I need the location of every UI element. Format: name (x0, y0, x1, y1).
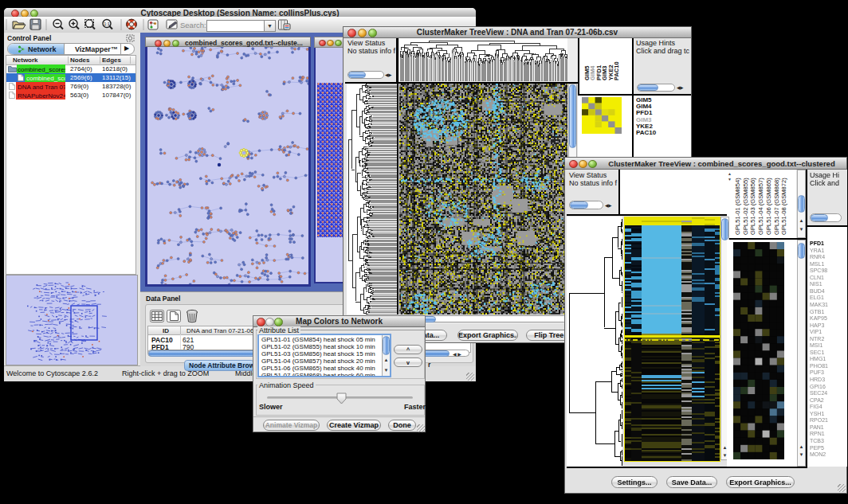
svg-text:Search:: Search: (180, 21, 206, 29)
svg-text:1:1: 1:1 (104, 21, 110, 26)
